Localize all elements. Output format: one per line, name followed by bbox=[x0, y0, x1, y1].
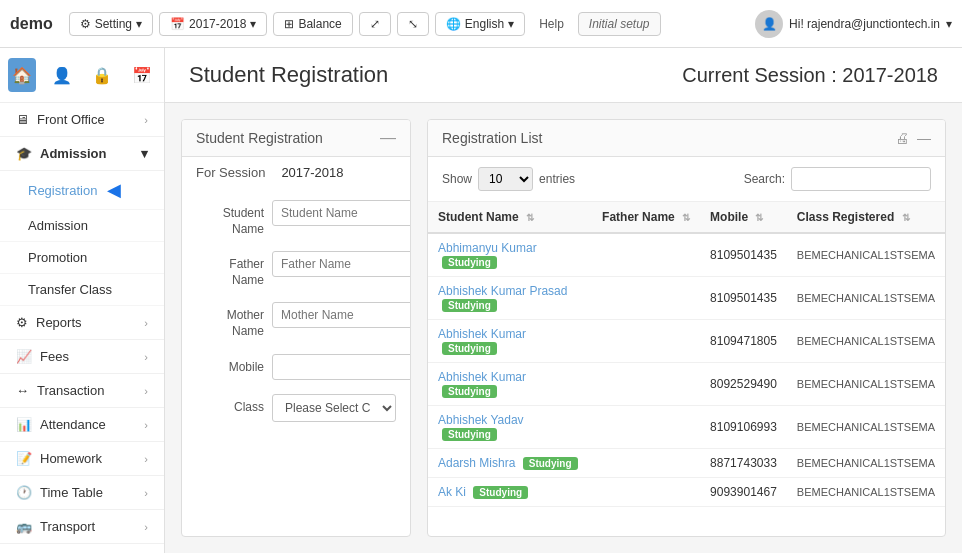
initial-setup-button[interactable]: Initial setup bbox=[578, 12, 661, 36]
col-student-name[interactable]: Student Name ⇅ bbox=[428, 202, 592, 233]
search-area: Search: bbox=[744, 167, 931, 191]
cell-mobile: 8109471805 bbox=[700, 320, 787, 363]
student-name-link[interactable]: Abhishek Kumar bbox=[438, 370, 526, 384]
search-input[interactable] bbox=[791, 167, 931, 191]
chevron-down-icon-admission: ▾ bbox=[141, 146, 148, 161]
expand-button[interactable]: ⤢ bbox=[359, 12, 391, 36]
fees-icon: 📈 bbox=[16, 349, 32, 364]
col-mobile[interactable]: Mobile ⇅ bbox=[700, 202, 787, 233]
sidebar-icon-home[interactable]: 🏠 bbox=[8, 58, 36, 92]
graduation-icon: 🎓 bbox=[16, 146, 32, 161]
student-name-link[interactable]: Ak Ki bbox=[438, 485, 466, 499]
search-label: Search: bbox=[744, 172, 785, 186]
sidebar-label-admission-sub: Admission bbox=[28, 218, 88, 233]
transaction-icon: ↔ bbox=[16, 383, 29, 398]
desktop-icon: 🖥 bbox=[16, 112, 29, 127]
balance-button[interactable]: ⊞ Balance bbox=[273, 12, 352, 36]
list-minimize-button[interactable]: — bbox=[917, 130, 931, 146]
sidebar-label-attendance: Attendance bbox=[40, 417, 106, 432]
mother-name-input[interactable] bbox=[272, 302, 411, 328]
main-content: Student Registration Current Session : 2… bbox=[165, 48, 962, 553]
status-badge: Studying bbox=[442, 299, 497, 312]
user-menu[interactable]: 👤 Hi! rajendra@junctiontech.in ▾ bbox=[755, 10, 952, 38]
page-title: Student Registration bbox=[189, 62, 388, 88]
cell-class: BEMECHANICAL1STSEMA bbox=[787, 449, 945, 478]
sidebar-item-attendance[interactable]: 📊 Attendance › bbox=[0, 408, 164, 442]
cell-mobile: 8109106993 bbox=[700, 406, 787, 449]
sidebar-item-reports[interactable]: ⚙ Reports › bbox=[0, 306, 164, 340]
student-name-link[interactable]: Abhishek Kumar Prasad bbox=[438, 284, 567, 298]
sidebar-item-promotion[interactable]: Promotion bbox=[0, 242, 164, 274]
sidebar-item-timetable[interactable]: 🕐 Time Table › bbox=[0, 476, 164, 510]
sidebar-item-front-office[interactable]: 🖥 Front Office › bbox=[0, 103, 164, 137]
session-button[interactable]: 📅 2017-2018 ▾ bbox=[159, 12, 267, 36]
show-select[interactable]: 10 25 50 100 bbox=[478, 167, 533, 191]
cell-student-name: Ak Ki Studying bbox=[428, 478, 592, 507]
list-panel-title: Registration List bbox=[442, 130, 542, 146]
father-name-input[interactable] bbox=[272, 251, 411, 277]
sort-icon-father: ⇅ bbox=[682, 212, 690, 223]
sidebar-icon-person[interactable]: 👤 bbox=[48, 58, 76, 92]
flag-icon: 🌐 bbox=[446, 17, 461, 31]
cell-class: BEMECHANICAL1STSEMA bbox=[787, 233, 945, 277]
student-name-link[interactable]: Adarsh Mishra bbox=[438, 456, 515, 470]
list-panel-actions: 🖨 — bbox=[895, 130, 931, 146]
col-class-registered[interactable]: Class Registered ⇅ bbox=[787, 202, 945, 233]
sidebar-label-registration: Registration bbox=[28, 183, 97, 198]
chevron-right-icon-homework: › bbox=[144, 453, 148, 465]
sidebar-icon-lock[interactable]: 🔒 bbox=[88, 58, 116, 92]
sidebar: 🏠 👤 🔒 📅 🖥 Front Office › 🎓 Admission ▾ R… bbox=[0, 48, 165, 553]
table-row: Abhishek Kumar Studying 8092529490 BEMEC… bbox=[428, 363, 945, 406]
sidebar-icon-calendar[interactable]: 📅 bbox=[128, 58, 156, 92]
sidebar-item-transfer-class[interactable]: Transfer Class bbox=[0, 274, 164, 306]
cell-class: BEMECHANICAL1STSEMA bbox=[787, 320, 945, 363]
page-header: Student Registration Current Session : 2… bbox=[165, 48, 962, 103]
status-badge: Studying bbox=[523, 457, 578, 470]
chevron-right-icon-reports: › bbox=[144, 317, 148, 329]
student-name-link[interactable]: Abhishek Yadav bbox=[438, 413, 524, 427]
sidebar-item-registration[interactable]: Registration ◀ bbox=[0, 171, 164, 210]
mother-name-row: MotherName bbox=[196, 302, 396, 339]
student-name-link[interactable]: Abhishek Kumar bbox=[438, 327, 526, 341]
shrink-button[interactable]: ⤡ bbox=[397, 12, 429, 36]
form-minimize-button[interactable]: — bbox=[380, 130, 396, 146]
chevron-right-icon-transaction: › bbox=[144, 385, 148, 397]
chevron-right-icon-fees: › bbox=[144, 351, 148, 363]
help-link[interactable]: Help bbox=[531, 13, 572, 35]
page-session: Current Session : 2017-2018 bbox=[682, 64, 938, 87]
print-icon[interactable]: 🖨 bbox=[895, 130, 909, 146]
table-wrap: Student Name ⇅ Father Name ⇅ Mobile ⇅ bbox=[428, 202, 945, 536]
mobile-input[interactable] bbox=[272, 354, 411, 380]
sidebar-item-transport[interactable]: 🚌 Transport › bbox=[0, 510, 164, 544]
status-badge: Studying bbox=[473, 486, 528, 499]
registration-table: Student Name ⇅ Father Name ⇅ Mobile ⇅ bbox=[428, 202, 945, 507]
sidebar-label-admission: Admission bbox=[40, 146, 106, 161]
table-header: Student Name ⇅ Father Name ⇅ Mobile ⇅ bbox=[428, 202, 945, 233]
cell-father-name bbox=[592, 320, 700, 363]
cell-class: BEMECHANICAL1STSEMA bbox=[787, 277, 945, 320]
chevron-down-icon-session: ▾ bbox=[250, 17, 256, 31]
sidebar-item-admission-sub[interactable]: Admission bbox=[0, 210, 164, 242]
cell-father-name bbox=[592, 363, 700, 406]
student-name-input[interactable] bbox=[272, 200, 411, 226]
calendar-small-icon: 📅 bbox=[170, 17, 185, 31]
cell-father-name bbox=[592, 478, 700, 507]
for-session-row: For Session 2017-2018 bbox=[182, 157, 410, 186]
language-button[interactable]: 🌐 English ▾ bbox=[435, 12, 525, 36]
col-father-name[interactable]: Father Name ⇅ bbox=[592, 202, 700, 233]
sidebar-item-homework[interactable]: 📝 Homework › bbox=[0, 442, 164, 476]
sidebar-item-admission[interactable]: 🎓 Admission ▾ bbox=[0, 137, 164, 171]
main-layout: 🏠 👤 🔒 📅 🖥 Front Office › 🎓 Admission ▾ R… bbox=[0, 48, 962, 553]
sidebar-item-transaction[interactable]: ↔ Transaction › bbox=[0, 374, 164, 408]
homework-icon: 📝 bbox=[16, 451, 32, 466]
setting-button[interactable]: ⚙ Setting ▾ bbox=[69, 12, 153, 36]
sidebar-label-transport: Transport bbox=[40, 519, 95, 534]
student-name-link[interactable]: Abhimanyu Kumar bbox=[438, 241, 537, 255]
cell-father-name bbox=[592, 233, 700, 277]
sidebar-item-fees[interactable]: 📈 Fees › bbox=[0, 340, 164, 374]
class-select[interactable]: Please Select Cl... bbox=[272, 394, 396, 422]
cell-student-name: Abhishek Kumar Studying bbox=[428, 320, 592, 363]
cell-student-name: Adarsh Mishra Studying bbox=[428, 449, 592, 478]
mother-name-label: MotherName bbox=[196, 302, 264, 339]
sidebar-label-reports: Reports bbox=[36, 315, 82, 330]
